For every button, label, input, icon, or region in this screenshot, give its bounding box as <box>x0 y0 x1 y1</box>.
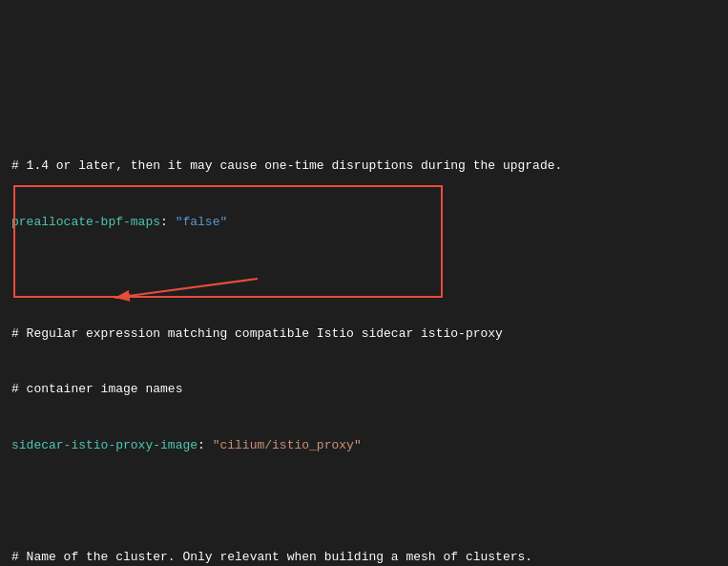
line-4: # Regular expression matching compatible… <box>11 325 717 344</box>
line-blank-1 <box>11 268 717 287</box>
line-2: preallocate-bpf-maps: "false" <box>11 213 717 232</box>
line-8: # Name of the cluster. Only relevant whe… <box>11 548 717 567</box>
code-editor: # 1.4 or later, then it may cause one-ti… <box>0 0 728 566</box>
line-5: # container image names <box>11 380 717 399</box>
line-1: # 1.4 or later, then it may cause one-ti… <box>11 157 717 176</box>
line-6: sidecar-istio-proxy-image: "cilium/istio… <box>11 436 717 455</box>
line-blank-2 <box>11 492 717 511</box>
